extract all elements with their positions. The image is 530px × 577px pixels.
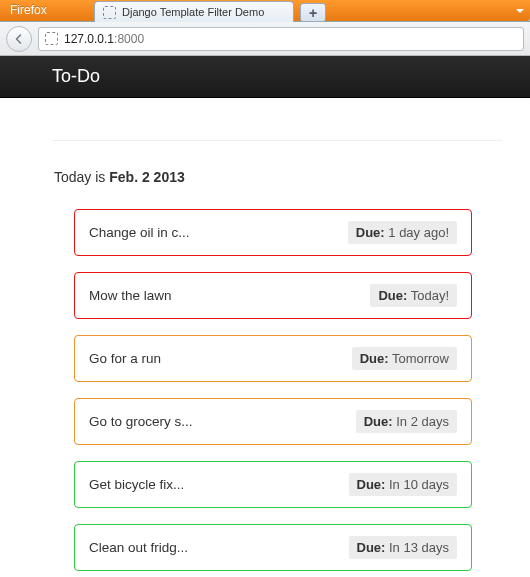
tab-title: Django Template Filter Demo [122, 6, 264, 18]
browser-tabstrip: Firefox Django Template Filter Demo + [0, 0, 530, 22]
tab-bar: Django Template Filter Demo + [94, 1, 326, 22]
browser-tab[interactable]: Django Template Filter Demo [94, 1, 294, 22]
due-value: 1 day ago! [385, 225, 449, 240]
todo-card: Go to grocery s...Due: In 2 days [74, 398, 472, 445]
due-value: Today! [407, 288, 449, 303]
todo-card: Clean out fridg...Due: In 13 days [74, 524, 472, 571]
due-badge: Due: 1 day ago! [348, 221, 457, 244]
today-line: Today is Feb. 2 2013 [54, 169, 508, 185]
new-tab-button[interactable]: + [300, 3, 326, 22]
page-content: Today is Feb. 2 2013 Change oil in c...D… [0, 98, 530, 571]
due-badge: Due: Tomorrow [352, 347, 457, 370]
due-value: In 10 days [385, 477, 449, 492]
due-label: Due: [360, 351, 389, 366]
url-text: 127.0.0.1:8000 [64, 32, 144, 46]
firefox-menu-label: Firefox [10, 3, 47, 17]
plus-icon: + [309, 5, 317, 21]
url-host: 127.0.0.1 [64, 32, 114, 46]
todo-card: Get bicycle fix...Due: In 10 days [74, 461, 472, 508]
todo-title: Get bicycle fix... [89, 477, 184, 492]
back-button[interactable] [6, 26, 32, 52]
todo-title: Change oil in c... [89, 225, 190, 240]
due-label: Due: [378, 288, 407, 303]
todo-title: Mow the lawn [89, 288, 172, 303]
address-bar[interactable]: 127.0.0.1:8000 [38, 27, 524, 51]
due-value: Tomorrow [389, 351, 449, 366]
todo-title: Clean out fridg... [89, 540, 188, 555]
back-arrow-icon [13, 33, 25, 45]
site-identity-icon [45, 32, 58, 45]
address-toolbar: 127.0.0.1:8000 [0, 22, 530, 56]
todo-card: Go for a runDue: Tomorrow [74, 335, 472, 382]
due-value: In 13 days [385, 540, 449, 555]
todo-list: Change oil in c...Due: 1 day ago!Mow the… [52, 209, 472, 571]
due-label: Due: [357, 477, 386, 492]
page-favicon-placeholder-icon [103, 6, 116, 19]
todo-title: Go to grocery s... [89, 414, 193, 429]
app-navbar: To-Do [0, 56, 530, 98]
todo-card: Mow the lawnDue: Today! [74, 272, 472, 319]
due-value: In 2 days [393, 414, 449, 429]
todo-title: Go for a run [89, 351, 161, 366]
due-label: Due: [364, 414, 393, 429]
todo-card: Change oil in c...Due: 1 day ago! [74, 209, 472, 256]
divider [52, 140, 502, 141]
today-prefix: Today is [54, 169, 109, 185]
url-port: :8000 [114, 32, 144, 46]
due-label: Due: [357, 540, 386, 555]
app-title: To-Do [52, 66, 100, 87]
due-label: Due: [356, 225, 385, 240]
due-badge: Due: Today! [370, 284, 457, 307]
due-badge: Due: In 10 days [349, 473, 458, 496]
due-badge: Due: In 2 days [356, 410, 457, 433]
due-badge: Due: In 13 days [349, 536, 458, 559]
today-date: Feb. 2 2013 [109, 169, 185, 185]
